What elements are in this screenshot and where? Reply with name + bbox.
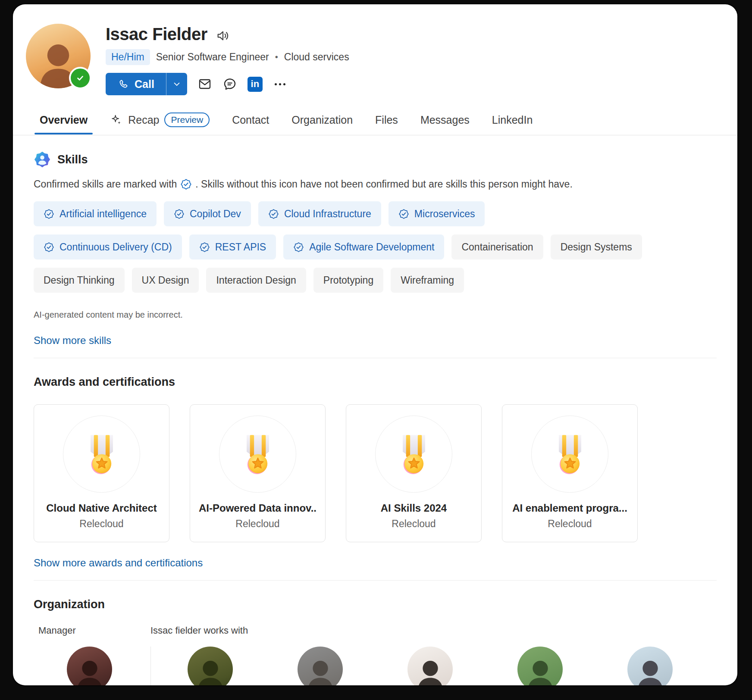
skill-chip: Continuous Delivery (CD) [34,234,182,259]
person-icon [302,652,338,685]
profile-card-window: Issac Fielder He/Him Senior Software Eng… [13,4,737,685]
skill-chip: REST APIS [189,234,276,259]
profile-name: Issac Fielder [106,25,207,44]
award-card: AI Skills 2024 Relecloud [346,404,482,542]
show-more-skills-link[interactable]: Show more skills [34,334,111,347]
chat-icon [223,77,237,91]
more-options-button[interactable] [273,77,288,91]
job-title: Senior Software Engineer [156,51,269,63]
skill-chip: Copilot Dev [164,201,251,226]
skills-description: Confirmed skills are marked with . Skill… [34,178,717,190]
skills-badge-icon [34,151,51,168]
confirmed-seal-icon [44,209,54,219]
skill-chip: Cloud Infrastructure [258,201,381,226]
chat-button[interactable] [222,77,237,91]
meta-separator: • [275,52,278,62]
coworker-avatar[interactable] [188,647,233,685]
confirmed-seal-icon [268,209,279,219]
person-icon [72,652,108,685]
skill-chip: UX Design [132,268,199,293]
skill-chip: Design Systems [551,234,642,259]
works-with-avatars [150,647,673,685]
award-org: Relecloud [194,518,321,530]
preview-badge: Preview [164,112,210,127]
skill-chip: Wireframing [391,268,464,293]
award-title: Cloud Native Architect [38,502,165,514]
tab-overview[interactable]: Overview [31,108,96,134]
mail-icon [198,77,212,91]
coworker-avatar[interactable] [517,647,563,685]
presence-available-icon [69,67,91,89]
person-icon [192,652,229,685]
tab-recap[interactable]: Recap Preview [101,106,218,135]
person-icon [412,652,448,685]
awards-cards: Cloud Native Architect Relecloud AI-Powe… [34,404,717,542]
section-divider [34,358,717,358]
profile-header: Issac Fielder He/Him Senior Software Eng… [13,4,737,95]
pronounce-name-speaker-icon[interactable] [216,29,230,43]
medal-icon [232,429,283,480]
skill-chip: Prototyping [313,268,383,293]
send-email-button[interactable] [197,77,212,91]
person-icon [522,652,558,685]
pronoun-badge: He/Him [106,49,150,65]
profile-tabs: Overview Recap Preview Contact Organizat… [13,106,737,135]
section-divider [34,580,717,581]
more-dots-icon [275,83,277,85]
call-button-label: Call [135,78,154,91]
coworker-avatar[interactable] [298,647,343,685]
skills-section-title: Skills [57,153,88,166]
show-more-awards-link[interactable]: Show more awards and certifications [34,557,203,569]
manager-avatar[interactable] [67,647,112,685]
award-title: AI-Powered Data innov.. [194,502,321,514]
award-title: AI Skills 2024 [351,502,477,514]
skill-chip: Design Thinking [34,268,125,293]
award-title: AI enablement progra... [507,502,633,514]
medal-icon [76,429,127,480]
call-button[interactable]: Call [106,73,166,95]
confirmed-seal-icon [180,178,192,190]
organization-section-title: Organization [34,598,717,611]
confirmed-seal-icon [199,242,210,253]
sparkle-icon [110,113,123,126]
award-org: Relecloud [507,518,633,530]
tab-files[interactable]: Files [367,108,407,134]
medal-circle [531,416,608,493]
medal-circle [375,416,452,493]
linkedin-button[interactable]: in [248,77,263,92]
medal-circle [219,416,296,493]
skills-row: Design Thinking UX Design Interaction De… [34,268,717,293]
medal-circle [63,416,140,493]
chevron-down-icon [172,79,182,89]
award-org: Relecloud [38,518,165,530]
skill-chip: Agile Software Development [283,234,444,259]
awards-section-title: Awards and certifications [34,375,717,389]
overview-panel: Skills Confirmed skills are marked with … [13,151,737,685]
award-card: AI-Powered Data innov.. Relecloud [190,404,326,542]
works-with-label: Issac fielder works with [150,625,248,636]
confirmed-seal-icon [44,242,54,253]
tab-contact[interactable]: Contact [223,108,278,134]
call-options-button[interactable] [166,73,187,95]
skills-row: Continuous Delivery (CD) REST APIS Agile… [34,234,717,259]
tab-linkedin[interactable]: LinkedIn [483,108,542,134]
profile-avatar[interactable] [26,24,91,88]
confirmed-seal-icon [398,209,409,219]
skill-chip: Interaction Design [206,268,306,293]
manager-label: Manager [34,625,150,636]
person-icon [632,652,668,685]
skill-chip: Microservices [389,201,485,226]
coworker-avatar[interactable] [407,647,453,685]
confirmed-seal-icon [174,209,185,219]
skill-chip: Containerisation [451,234,543,259]
coworker-avatar[interactable] [627,647,673,685]
ai-disclaimer: AI-generated content may be incorrect. [34,310,717,320]
skill-chip: Artificial intelligence [34,201,157,226]
tab-messages[interactable]: Messages [412,108,478,134]
award-org: Relecloud [351,518,477,530]
award-card: Cloud Native Architect Relecloud [34,404,169,542]
organization-people [34,647,717,685]
award-card: AI enablement progra... Relecloud [502,404,638,542]
medal-icon [389,429,439,480]
tab-organization[interactable]: Organization [283,108,361,134]
